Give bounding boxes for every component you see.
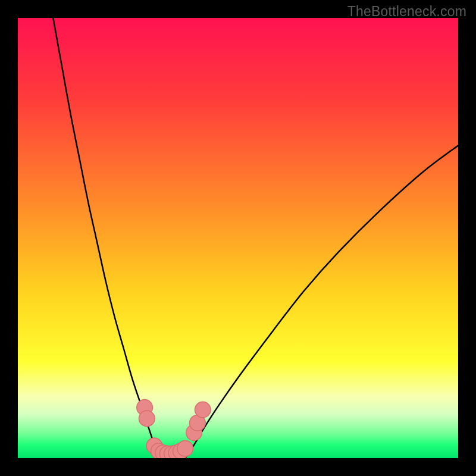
plot-area — [18, 18, 458, 458]
data-marker — [195, 402, 211, 418]
marker-group — [137, 400, 211, 458]
data-marker — [177, 440, 193, 456]
series-left-branch — [53, 18, 159, 458]
series-right-branch — [185, 146, 458, 458]
curve-group — [53, 18, 458, 458]
chart-svg — [18, 18, 458, 458]
watermark-text: TheBottleneck.com — [347, 4, 466, 20]
data-marker — [139, 411, 155, 427]
